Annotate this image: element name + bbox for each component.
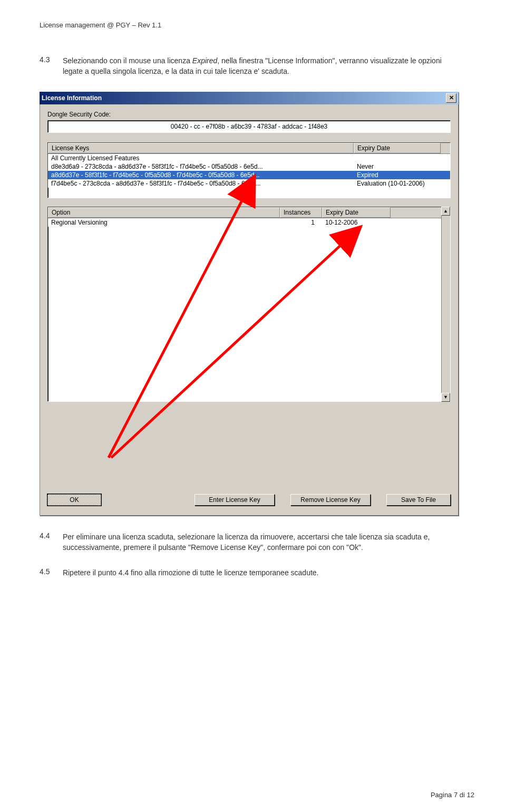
text-italic: Expired [192,56,217,65]
cell-key: d8e3d6a9 - 273c8cda - a8d6d37e - 58f3f1f… [48,162,354,171]
cell-key: a8d6d37e - 58f3f1fc - f7d4be5c - 0f5a50d… [48,171,354,179]
dongle-code-field: 00420 - cc - e7f08b - a6bc39 - 4783af - … [47,120,451,133]
list-section-label: All Currently Licensed Features [48,154,354,162]
text: Ripetere il punto 4.4 fino alla rimozion… [63,567,463,578]
cell-expiry: Evaluation (10-01-2006) [354,179,441,188]
page-header: License management @ PGY – Rev 1.1 [40,21,474,29]
cell-option: Regional Versioning [48,218,280,227]
remove-license-key-button[interactable]: Remove License Key [290,494,371,506]
section-number: 4.3 [40,55,61,64]
list-section-row: All Currently Licensed Features [48,154,450,162]
license-key-row[interactable]: a8d6d37e - 58f3f1fc - f7d4be5c - 0f5a50d… [48,171,450,179]
dialog-button-row: OK Enter License Key Remove License Key … [47,494,451,506]
text: Per eliminare una licenza scaduta, selez… [63,531,463,553]
col-expiry-date[interactable]: Expiry Date [322,207,391,218]
license-keys-list[interactable]: License Keys Expiry Date All Currently L… [47,142,451,198]
ok-button[interactable]: OK [47,494,101,506]
para-4-5: 4.5 Ripetere il punto 4.4 fino alla rimo… [40,567,474,578]
save-to-file-button[interactable]: Save To File [386,494,451,506]
cell-expiry: Expired [354,171,441,179]
para-4-3: 4.3 Selezionando con il mouse una licenz… [40,55,474,77]
cell-expiry: Never [354,162,441,171]
cell-expiry: 10-12-2006 [322,218,391,227]
section-number: 4.5 [40,567,61,576]
option-row[interactable]: Regional Versioning 1 10-12-2006 [48,218,450,227]
license-key-row[interactable]: f7d4be5c - 273c8cda - a8d6d37e - 58f3f1f… [48,179,450,188]
scrollbar[interactable] [441,207,450,401]
dongle-label: Dongle Security Code: [47,111,451,118]
page-footer: Pagina 7 di 12 [431,791,474,799]
license-key-row[interactable]: d8e3d6a9 - 273c8cda - a8d6d37e - 58f3f1f… [48,162,450,171]
scroll-down-icon[interactable]: ▼ [441,393,450,402]
enter-license-key-button[interactable]: Enter License Key [194,494,275,506]
dialog-titlebar[interactable]: License Information ✕ [40,92,459,104]
col-license-keys[interactable]: License Keys [48,143,354,153]
cell-key: f7d4be5c - 273c8cda - a8d6d37e - 58f3f1f… [48,179,354,188]
dialog-title: License Information [42,94,102,102]
section-number: 4.4 [40,531,61,540]
license-information-dialog: License Information ✕ Dongle Security Co… [40,92,459,516]
col-expiry-date[interactable]: Expiry Date [354,143,441,153]
list-header: Option Instances Expiry Date [48,207,450,218]
options-list[interactable]: Option Instances Expiry Date Regional Ve… [47,207,451,402]
cell-instances: 1 [280,218,322,227]
scroll-up-icon[interactable]: ▲ [441,207,450,216]
text: Selezionando con il mouse una licenza [63,56,192,65]
col-instances[interactable]: Instances [280,207,322,218]
close-icon[interactable]: ✕ [446,93,456,103]
col-option[interactable]: Option [48,207,280,218]
list-header: License Keys Expiry Date [48,143,450,154]
para-4-4: 4.4 Per eliminare una licenza scaduta, s… [40,531,474,553]
